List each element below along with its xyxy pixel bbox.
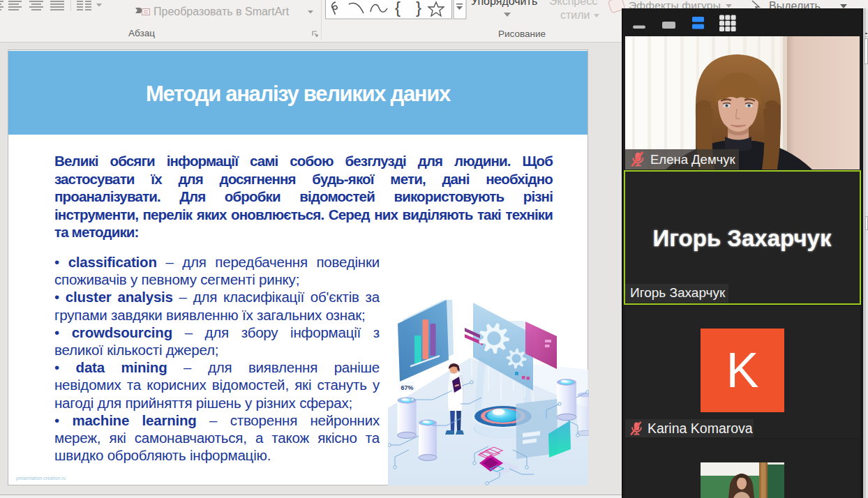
svg-text:Преобразовать в SmartArt: Преобразовать в SmartArt	[154, 6, 290, 17]
svg-text:стили: стили	[560, 9, 590, 21]
svg-text:}: }	[416, 0, 421, 17]
svg-text:67%: 67%	[401, 384, 414, 391]
svg-text:Абзац: Абзац	[128, 28, 155, 38]
svg-text:Упорядочить: Упорядочить	[471, 0, 537, 7]
svg-text:{: {	[395, 0, 401, 17]
svg-text:Рисование: Рисование	[498, 29, 546, 39]
svg-text:Экспресс: Экспресс	[549, 0, 597, 7]
